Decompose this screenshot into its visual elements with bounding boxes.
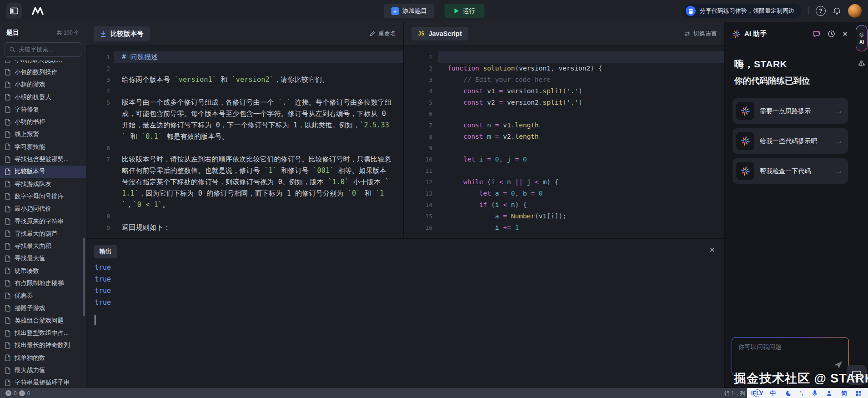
list-item-label: 寻找最大值 [15,254,45,262]
send-icon[interactable] [833,360,843,371]
ai-suggestion-card[interactable]: 需要一点思路提示→ [733,98,848,124]
punctuation-toggle[interactable]: ’, [800,390,803,397]
line-number: 9 [86,222,110,233]
output-close-icon[interactable]: ✕ [709,247,715,254]
token-t: n [507,178,511,186]
rename-button[interactable]: 重命名 [369,30,396,38]
run-button[interactable]: 运行 [444,4,484,18]
list-item[interactable]: 找单独的数 [0,352,86,364]
list-item[interactable]: 小M的最大挑战… [0,60,86,66]
ai-close-icon[interactable]: ✕ [842,30,848,37]
search-input[interactable]: 关键字搜索... [5,42,81,57]
token-o: < [499,201,511,208]
list-item[interactable]: 线上报警 [0,128,86,141]
code-text: if (i < n) { [438,199,724,211]
sidebar-toggle-button[interactable] [6,3,22,19]
ai-suggestion-card[interactable]: 帮我检查一下代码→ [733,158,848,184]
warnings-icon[interactable]: ! [19,390,25,396]
list-item[interactable]: 数字字母问号排序 [0,190,86,202]
arrow-right-icon: → [835,137,843,145]
problem-editor[interactable]: 1# 问题描述23给你两个版本号 `version1` 和 `version2`… [86,45,403,238]
switch-language-button[interactable]: 切换语言 [684,30,717,38]
list-item[interactable]: 英雄组合游戏问题 [0,314,86,327]
list-item-label: 有点限制地走楼梯 [15,279,64,287]
code-line: 2function solution(version1, version2) { [404,63,724,74]
promo-banner[interactable]: 分享代码练习体验，领限量定制周边 [683,4,802,18]
user-icon[interactable] [826,390,832,397]
line-number: 3 [86,74,110,86]
add-problem-label: 添加题目 [402,7,427,15]
list-item[interactable]: 小包的数列操作 [0,66,86,78]
sparkle-icon [736,132,754,150]
list-item[interactable]: 优惠券 [0,290,86,302]
token-k: let [463,156,475,163]
list-item[interactable]: 小超的游戏 [0,79,86,91]
list-item[interactable]: 学习新技能 [0,141,86,153]
history-icon[interactable] [828,30,835,38]
list-item[interactable]: 寻找最大面积 [0,240,86,252]
ime-language-toggle[interactable]: 中 [770,389,776,398]
list-item-label: 小超的游戏 [15,81,45,89]
token-v: version1 [507,87,539,95]
file-icon [5,94,11,101]
ime-menu-grid-icon[interactable] [856,390,862,396]
sidebar-scrollbar[interactable] [83,238,85,316]
list-item[interactable]: 寻找最大的葫芦 [0,227,86,240]
list-item[interactable]: 小明的书柜 [0,116,86,128]
notifications-bell-icon[interactable] [833,6,841,15]
app-logo[interactable] [31,6,45,15]
problem-tab[interactable]: 比较版本号 [94,26,150,41]
list-item[interactable]: 字符串最短循环子串 [0,377,86,388]
line-number: 2 [86,63,110,74]
list-item[interactable]: 寻找原来的字符串 [0,215,86,227]
simplified-chinese-toggle[interactable]: 简 [841,389,847,398]
screen-share-button[interactable] [847,365,867,385]
line-number: 1 [86,51,110,63]
ai-suggestion-card[interactable]: 给我一些代码提示吧→ [733,128,848,154]
list-item[interactable]: 找出最长的神奇数列 [0,339,86,352]
rail-sparkle-icon [859,32,864,38]
inline-code: `0` [348,189,361,197]
list-item-label: 优惠券 [15,292,33,300]
list-item[interactable]: 字符修复 [0,103,86,116]
file-icon [5,206,11,212]
problems-list: 小M的最大挑战… 小包的数列操作 小超的游戏 小明的机器人 字符修复 小明的书柜… [0,60,86,388]
list-item[interactable]: 硬币凑数 [0,265,86,277]
ifly-icon[interactable]: iFLY [753,389,761,397]
language-tab[interactable]: JS JavaScript [411,27,468,40]
list-item[interactable]: 小明的机器人 [0,91,86,103]
list-item[interactable]: 寻找游戏队友 [0,178,86,190]
ai-suggestions: 需要一点思路提示→给我一些代码提示吧→帮我检查一下代码→ [725,86,855,184]
code-editor[interactable]: 12function solution(version1, version2) … [404,45,724,238]
list-item[interactable]: 最大战力值 [0,364,86,376]
list-item[interactable]: 比较版本号 [0,166,86,178]
text-segment: 和 [216,76,232,84]
code-text: function solution(version1, version2) { [438,63,724,74]
new-chat-icon[interactable] [813,30,821,38]
sparkle-icon [736,162,754,180]
output-console[interactable]: truetruetruetrue [86,262,724,325]
arrow-right-icon: → [835,167,843,175]
token-o: = [499,190,511,197]
right-rail: AI [855,22,868,388]
list-item[interactable]: 最小趋同代价 [0,203,86,215]
list-item-label: 最大战力值 [15,366,45,374]
moon-icon[interactable] [785,390,791,397]
rail-ai-button[interactable]: AI [856,25,868,51]
ai-chat-input[interactable]: 你可以问我问题 [732,337,849,376]
list-item[interactable]: 寻找最大值 [0,252,86,265]
list-item[interactable]: 摇骰子游戏 [0,302,86,314]
token-w [483,121,487,129]
list-item[interactable]: 寻找包含斐波那契... [0,153,86,165]
add-problem-button[interactable]: + 添加题目 [384,4,434,18]
list-item[interactable]: 有点限制地走楼梯 [0,277,86,289]
list-item[interactable]: 找出整型数组中占... [0,327,86,339]
output-tab[interactable]: 输出 [94,245,117,258]
user-avatar[interactable] [848,4,862,18]
errors-icon[interactable]: ✕ [5,390,11,396]
text-segment: ，因为它们下标为 0 的修订号相同，而下标为 1 的修订号分别为 [139,189,348,197]
debug-bug-icon[interactable] [858,60,865,67]
token-k: function [447,65,479,72]
microphone-icon[interactable] [812,390,818,397]
help-button[interactable]: ? [816,6,826,16]
